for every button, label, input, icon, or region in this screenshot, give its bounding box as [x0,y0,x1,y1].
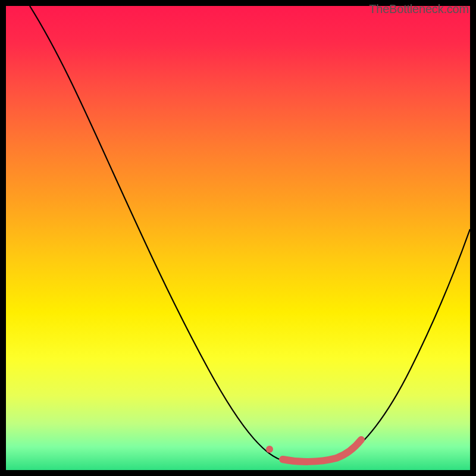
watermark-text: TheBottleneck.com [369,2,469,16]
valley-dot [266,446,273,453]
valley-highlight [283,440,361,462]
bottleneck-curve [30,6,470,463]
chart-plot-area [6,6,470,470]
chart-svg [6,6,470,470]
